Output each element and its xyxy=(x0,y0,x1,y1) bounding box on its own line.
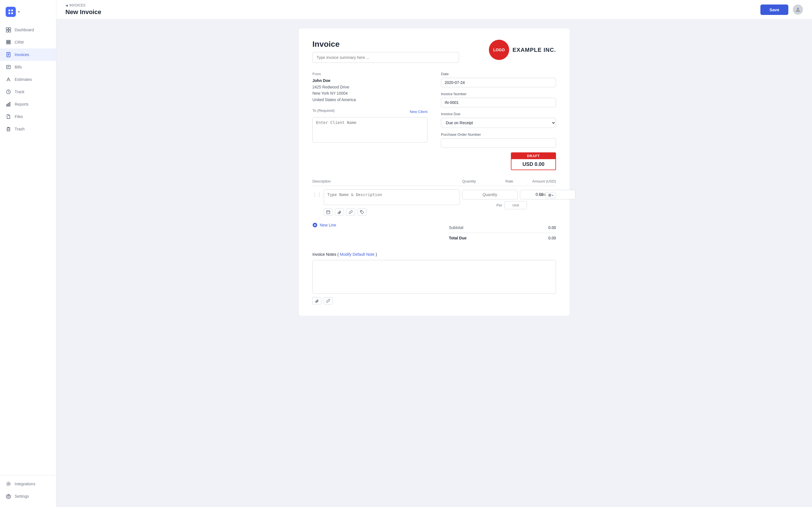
to-section: To (Required) New Client xyxy=(312,108,427,144)
draft-label: DRAFT xyxy=(511,153,555,159)
date-input[interactable] xyxy=(441,78,556,87)
link-tool-btn[interactable] xyxy=(346,209,355,216)
fields-section: Date Invoice Number Invoice Due Due on R… xyxy=(441,72,556,170)
sidebar-item-trash[interactable]: Trash xyxy=(0,123,56,135)
svg-rect-15 xyxy=(6,65,10,69)
line-item-tools xyxy=(324,209,460,216)
invoice-number-field-group: Invoice Number xyxy=(441,92,556,107)
invoice-header: Invoice LOGO EXAMPLE INC. xyxy=(312,40,556,63)
to-header: To (Required) New Client xyxy=(312,108,427,115)
notes-tools xyxy=(312,297,556,304)
svg-rect-9 xyxy=(6,42,10,43)
svg-point-28 xyxy=(8,496,9,497)
topbar-right: Save xyxy=(760,4,803,15)
sidebar-item-dashboard[interactable]: Dashboard xyxy=(0,24,56,36)
line-item-amount-area: 0.00 ▾ xyxy=(529,189,556,198)
calendar-tool-btn[interactable] xyxy=(324,209,333,216)
sidebar-item-estimates[interactable]: Estimates xyxy=(0,73,56,86)
sidebar-logo[interactable]: ▾ xyxy=(0,4,56,24)
quantity-input[interactable] xyxy=(462,190,518,200)
sidebar-item-label: CRM xyxy=(15,40,24,45)
sidebar-nav: Dashboard CRM Inv xyxy=(0,24,56,475)
date-label: Date xyxy=(441,72,556,76)
logo-circle: LOGO xyxy=(489,40,509,60)
gear-button[interactable]: ▾ xyxy=(546,192,556,198)
invoice-due-label: Invoice Due xyxy=(441,112,556,116)
bills-icon xyxy=(6,64,11,70)
sidebar-item-label: Reports xyxy=(15,102,29,107)
purchase-order-field-group: Purchase Order Number xyxy=(441,132,556,148)
sidebar-item-integrations[interactable]: Integrations xyxy=(0,478,56,490)
modify-default-note-link[interactable]: Modify Default Note xyxy=(340,252,374,257)
breadcrumb: ◀ INVOICES xyxy=(65,3,101,7)
line-item-row: ⋮⋮ xyxy=(312,189,556,216)
sidebar-item-label: Estimates xyxy=(15,77,32,82)
subtotal-row: Subtotal 0.00 xyxy=(449,223,556,233)
amount-col-header: Amount (USD) xyxy=(516,179,556,183)
notes-attachment-btn[interactable] xyxy=(312,297,321,304)
reports-icon xyxy=(6,101,11,107)
save-button[interactable]: Save xyxy=(760,4,788,15)
sidebar-item-label: Settings xyxy=(15,494,29,499)
svg-point-26 xyxy=(8,483,9,485)
from-name: John Doe xyxy=(312,78,427,83)
description-col-header: Description xyxy=(312,179,433,183)
invoice-due-select[interactable]: Due on Receipt Net 15 Net 30 Net 60 Cust… xyxy=(441,118,556,128)
tag-tool-btn[interactable] xyxy=(357,209,366,216)
draft-badge: DRAFT USD 0.00 xyxy=(511,152,556,170)
draft-amount: USD 0.00 xyxy=(511,159,555,170)
per-label: Per xyxy=(497,203,502,207)
sidebar-item-files[interactable]: Files xyxy=(0,110,56,123)
company-name: EXAMPLE INC. xyxy=(513,47,556,53)
breadcrumb-link[interactable]: INVOICES xyxy=(69,3,86,7)
sidebar-item-bills[interactable]: Bills xyxy=(0,61,56,73)
notes-label: Invoice Notes ( Modify Default Note ) xyxy=(312,252,556,257)
sidebar-item-invoices[interactable]: Invoices xyxy=(0,48,56,61)
sidebar-item-reports[interactable]: Reports xyxy=(0,98,56,110)
svg-point-35 xyxy=(549,194,550,196)
purchase-order-input[interactable] xyxy=(441,138,556,148)
sidebar-chevron-icon: ▾ xyxy=(18,10,20,14)
svg-rect-7 xyxy=(9,30,11,32)
to-client-textarea[interactable] xyxy=(312,117,427,143)
line-items-section: Description Quantity Rate Amount (USD) ⋮… xyxy=(312,179,556,216)
estimates-icon xyxy=(6,76,11,82)
unit-input[interactable] xyxy=(504,201,527,209)
sidebar-item-crm[interactable]: CRM xyxy=(0,36,56,48)
topbar-left: ◀ INVOICES New Invoice xyxy=(65,3,101,16)
purchase-order-label: Purchase Order Number xyxy=(441,132,556,136)
line-item-desc-input[interactable] xyxy=(324,189,460,205)
sidebar: ▾ Dashboard CRM xyxy=(0,0,56,507)
notes-textarea[interactable] xyxy=(312,260,556,294)
attachment-tool-btn[interactable] xyxy=(335,209,344,216)
sidebar-item-label: Invoices xyxy=(15,52,29,57)
qty-rate-row xyxy=(462,190,527,200)
sidebar-item-settings[interactable]: Settings xyxy=(0,490,56,503)
sidebar-item-track[interactable]: Track xyxy=(0,86,56,98)
track-icon xyxy=(6,89,11,95)
quantity-col-header: Quantity xyxy=(437,179,476,183)
drag-handle-icon[interactable]: ⋮⋮ xyxy=(312,189,321,198)
line-item-qty-rate-area: Per xyxy=(462,189,527,209)
totals-section: Subtotal 0.00 Total Due 0.00 xyxy=(449,223,556,243)
notes-link-btn[interactable] xyxy=(324,297,333,304)
invoice-number-label: Invoice Number xyxy=(441,92,556,96)
avatar[interactable] xyxy=(793,4,803,15)
new-line-button[interactable]: New Line xyxy=(312,223,336,228)
svg-rect-20 xyxy=(6,105,7,106)
from-label: From xyxy=(312,72,427,76)
svg-point-27 xyxy=(6,482,10,486)
per-unit-row: Per xyxy=(462,201,527,209)
svg-rect-8 xyxy=(6,40,10,41)
svg-point-29 xyxy=(797,8,799,10)
bottom-section: New Line Subtotal 0.00 Total Due 0.00 xyxy=(312,223,556,243)
topbar: ◀ INVOICES New Invoice Save xyxy=(56,0,812,19)
page-title: New Invoice xyxy=(65,8,101,16)
invoice-number-input[interactable] xyxy=(441,98,556,107)
new-client-link[interactable]: New Client xyxy=(410,110,427,114)
sidebar-bottom: Integrations Settings xyxy=(0,475,56,503)
invoice-summary-input[interactable] xyxy=(312,52,459,63)
total-due-row: Total Due 0.00 xyxy=(449,233,556,243)
main-content: ◀ INVOICES New Invoice Save Invoice xyxy=(56,0,812,507)
content-area: Invoice LOGO EXAMPLE INC. From John Doe xyxy=(56,19,812,507)
